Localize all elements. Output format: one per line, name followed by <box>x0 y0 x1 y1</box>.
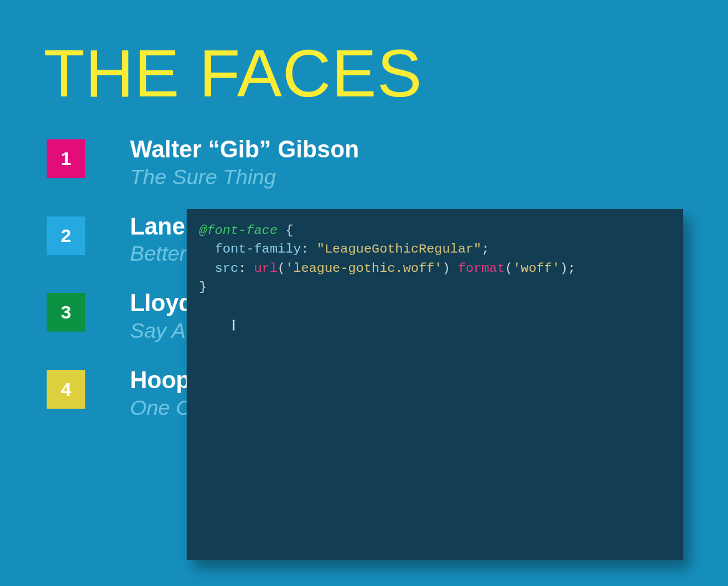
token-function-url: url <box>254 261 278 276</box>
token-colon: : <box>238 261 254 276</box>
code-line-1: @font-face { <box>199 221 671 240</box>
token-paren-close: ) <box>442 261 450 276</box>
token-string: 'woff' <box>513 261 560 276</box>
item-name: Hoop <box>130 368 191 394</box>
token-brace-close: } <box>199 280 207 294</box>
caret-indent <box>199 319 230 333</box>
list-item: 1 Walter “Gib” Gibson The Sure Thing <box>47 137 684 192</box>
token-semicolon: ; <box>482 242 490 256</box>
code-line-2: font-family: "LeagueGothicRegular"; <box>199 240 671 259</box>
token-paren-open: ( <box>278 261 286 276</box>
token-property: font-family <box>215 242 301 256</box>
code-editor[interactable]: @font-face { font-family: "LeagueGothicR… <box>187 209 683 560</box>
item-text: Hoop One C <box>130 368 191 422</box>
item-name: Lane <box>130 214 187 240</box>
item-subtitle: Say A <box>130 317 193 345</box>
token-paren-close: ) <box>560 261 568 276</box>
slide-title: THE FACES <box>44 34 684 112</box>
item-subtitle: Better <box>130 240 187 268</box>
token-string: 'league-gothic.woff' <box>286 261 442 276</box>
badge-2: 2 <box>47 216 85 255</box>
token-semicolon: ; <box>567 261 576 276</box>
token-at-rule: @font-face <box>199 223 278 238</box>
token-indent <box>199 261 215 276</box>
code-line-3: src: url('league-gothic.woff') format('w… <box>199 259 671 278</box>
text-caret-icon: I <box>230 314 236 337</box>
code-line-caret: I <box>199 316 671 336</box>
item-name: Walter “Gib” Gibson <box>130 137 359 163</box>
token-string: "LeagueGothicRegular" <box>317 242 482 256</box>
token-function-format: format <box>458 261 505 276</box>
badge-1: 1 <box>47 139 85 178</box>
item-text: Lloyd Say A <box>130 291 193 345</box>
item-subtitle: One C <box>130 394 191 422</box>
token-paren-open: ( <box>505 261 513 276</box>
item-subtitle: The Sure Thing <box>130 163 359 192</box>
token-brace-open: { <box>278 223 293 238</box>
code-line-blank <box>199 297 671 316</box>
badge-3: 3 <box>47 293 85 332</box>
token-colon: : <box>301 242 317 256</box>
token-indent <box>199 242 215 256</box>
badge-4: 4 <box>47 370 85 409</box>
token-property: src <box>215 261 238 276</box>
token-space <box>450 261 458 276</box>
item-name: Lloyd <box>130 291 193 317</box>
item-text: Lane Better <box>130 214 187 269</box>
item-text: Walter “Gib” Gibson The Sure Thing <box>130 137 359 192</box>
code-line-4: } <box>199 278 671 297</box>
